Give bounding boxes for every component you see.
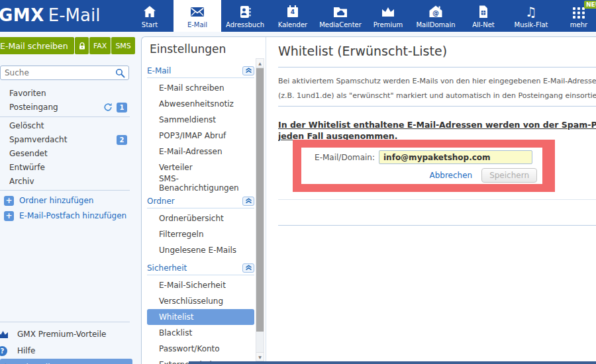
fax-button[interactable]: FAX <box>89 37 111 54</box>
sidebar-item-geloescht[interactable]: Gelöscht <box>0 119 130 132</box>
form-actions: Abbrechen Speichern <box>429 168 537 183</box>
save-button[interactable]: Speichern <box>481 168 537 183</box>
settings-item-email-sicherheit[interactable]: E-Mail-Sicherheit <box>147 277 254 293</box>
cancel-button[interactable]: Abbrechen <box>429 171 472 180</box>
crown-icon <box>0 330 12 339</box>
sidebar-item-einstellungen[interactable]: ⚙ Einstellungen <box>0 359 132 364</box>
settings-item-verteiler[interactable]: Verteiler <box>147 159 254 175</box>
section-header-sicherheit[interactable]: Sicherheit <box>147 261 254 275</box>
settings-item-passwort-konto[interactable]: Passwort/Konto <box>147 341 254 357</box>
section-header-email[interactable]: E-Mail <box>147 64 254 78</box>
nav-mehr[interactable]: NEU mehr <box>555 0 596 32</box>
collapse-icon[interactable] <box>242 263 254 273</box>
settings-item-verschluesselung[interactable]: Verschlüsselung <box>147 293 254 309</box>
crown-icon <box>379 3 397 20</box>
settings-item-filterregeln[interactable]: Filterregeln <box>147 226 254 242</box>
nav-start[interactable]: Start <box>126 0 174 32</box>
grid-icon <box>572 3 585 20</box>
nav-email-label: E-Mail <box>187 21 207 28</box>
refresh-icon[interactable] <box>103 103 113 112</box>
nav-email[interactable]: E-Mail <box>174 0 221 32</box>
sidebar-item-spamverdacht[interactable]: Spamverdacht 2 <box>0 133 130 146</box>
settings-item-label: Sammeldienst <box>159 115 216 124</box>
help-icon: ? <box>0 346 12 356</box>
compose-button-row: E-Mail schreiben FAX SMS <box>0 37 135 54</box>
sidebar-item-gesendet[interactable]: Gesendet <box>0 147 130 160</box>
settings-item-email-adressen[interactable]: E-Mail-Adressen <box>147 144 254 159</box>
settings-item-sms-benachrichtigungen[interactable]: SMS-Benachrichtigungen <box>147 175 254 191</box>
add-mailbox-link[interactable]: + E-Mail-Postfach hinzufügen <box>0 209 130 222</box>
lock-icon <box>78 42 86 50</box>
nav-kalender[interactable]: 4 Kalender <box>269 0 317 32</box>
sidebar-item-favoriten[interactable]: Favoriten <box>0 87 130 100</box>
collapse-icon[interactable] <box>242 197 254 206</box>
search-icon[interactable] <box>115 68 125 78</box>
settings-item-whitelist[interactable]: Whitelist <box>147 309 254 325</box>
settings-item-email-schreiben[interactable]: E-Mail schreiben <box>147 80 254 96</box>
settings-item-label: Ungelesene E-Mails <box>159 246 236 255</box>
settings-nav-divider <box>266 37 266 364</box>
settings-item-ordneruebersicht[interactable]: Ordnerübersicht <box>147 210 254 226</box>
settings-item-pop3-imap[interactable]: POP3/IMAP Abruf <box>147 128 254 144</box>
nav-start-label: Start <box>142 21 158 28</box>
scroll-up-arrow[interactable]: ▲ <box>256 59 264 68</box>
nav-maildomain[interactable]: @ MailDomain <box>412 0 460 32</box>
unread-count-badge: 1 <box>117 103 127 113</box>
nav-mediacenter[interactable]: MediaCenter <box>317 0 364 32</box>
secure-compose-button[interactable] <box>75 37 89 54</box>
settings-item-label: Filterregeln <box>159 230 204 239</box>
footer-bar-edge <box>189 361 596 364</box>
folder-label: Spamverdacht <box>9 135 117 144</box>
sidebar-item-hilfe[interactable]: ? Hilfe <box>0 344 132 357</box>
content-divider <box>278 106 596 107</box>
sidebar-divider <box>0 322 130 322</box>
settings-item-ungelesene-emails[interactable]: Ungelesene E-Mails <box>147 242 254 258</box>
nav-adressbuch-label: Adressbuch <box>226 21 264 28</box>
page-title: Whitelist (Erwünscht-Liste) <box>278 44 447 58</box>
scrollbar-thumb[interactable] <box>256 68 264 332</box>
logo-gmx-text: GMX <box>0 5 44 25</box>
nav-allnet[interactable]: All-Net <box>460 0 507 32</box>
settings-item-label: E-Mail schreiben <box>159 83 224 93</box>
contact-book-icon <box>237 3 253 20</box>
highlight-annotation-box: E-Mail/Domain: Abbrechen Speichern <box>293 140 555 192</box>
nav-musikflat[interactable]: ♫ Musik-Flat <box>507 0 555 32</box>
sidebar-item-entwuerfe[interactable]: Entwürfe <box>0 161 130 174</box>
sidebar-item-archiv[interactable]: Archiv <box>0 175 130 188</box>
settings-item-label: Whitelist <box>159 312 194 322</box>
settings-item-blacklist[interactable]: Blacklist <box>147 325 254 341</box>
envelope-icon <box>189 3 206 20</box>
svg-text:@: @ <box>432 9 439 17</box>
search-input[interactable] <box>1 68 115 77</box>
home-icon <box>142 3 158 20</box>
premium-vorteile-label: GMX Premium-Vorteile <box>17 330 106 339</box>
sms-button[interactable]: SMS <box>111 37 134 54</box>
logo-product-text: E-Mail <box>48 5 101 25</box>
section-label: E-Mail <box>147 66 171 75</box>
settings-item-label: Abwesenheitsnotiz <box>159 99 234 109</box>
sidebar-item-premium-vorteile[interactable]: GMX Premium-Vorteile <box>0 328 132 341</box>
scroll-down-arrow[interactable]: ▼ <box>256 352 264 361</box>
content-divider <box>278 67 596 68</box>
collapse-icon[interactable] <box>242 66 254 75</box>
section-header-ordner[interactable]: Ordner <box>147 194 254 208</box>
folder-label: Favoriten <box>9 89 130 98</box>
plus-icon: + <box>4 196 14 206</box>
settings-item-label: E-Mail-Sicherheit <box>159 281 226 290</box>
nav-allnet-label: All-Net <box>472 21 495 28</box>
settings-item-abwesenheitsnotiz[interactable]: Abwesenheitsnotiz <box>147 96 254 112</box>
nav-premium[interactable]: Premium <box>364 0 412 32</box>
settings-scrollbar[interactable]: ▲ ▼ <box>256 58 264 361</box>
nav-adressbuch[interactable]: Adressbuch <box>221 0 269 32</box>
sidebar-item-posteingang[interactable]: Posteingang 1 <box>0 101 130 114</box>
settings-item-sammeldienst[interactable]: Sammeldienst <box>147 112 254 128</box>
add-folder-link[interactable]: + Ordner hinzufügen <box>0 194 130 207</box>
compose-email-button[interactable]: E-Mail schreiben <box>0 37 74 54</box>
search-box <box>0 66 129 80</box>
settings-item-label: Verteiler <box>159 163 193 172</box>
folder-label: Posteingang <box>9 103 103 112</box>
email-domain-input[interactable] <box>379 150 532 164</box>
section-label: Ordner <box>147 197 175 206</box>
gmx-logo[interactable]: GMXE-Mail <box>0 5 100 25</box>
section-label: Sicherheit <box>147 263 187 273</box>
